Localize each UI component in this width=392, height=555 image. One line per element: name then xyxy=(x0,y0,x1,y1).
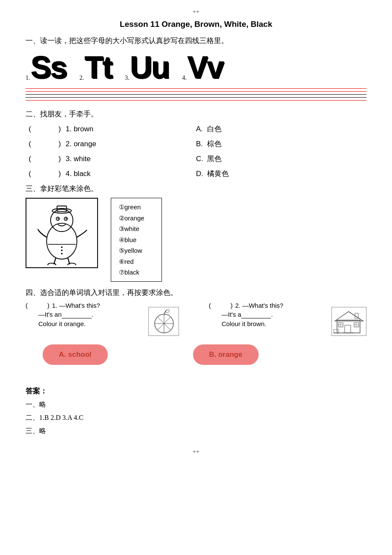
letter-num-4: 4. xyxy=(182,75,187,81)
paren-d2-close: ) xyxy=(231,302,233,309)
color-item-2: ②orange xyxy=(119,213,154,224)
match-right-1: A. 白色 xyxy=(196,124,366,134)
match-row-3: ( ) 3. white C. 黑色 xyxy=(26,154,366,164)
letter-item-1: 1. Ss xyxy=(26,50,67,85)
letter-text-2: Tt xyxy=(85,50,112,85)
color-item-5: ⑤yellow xyxy=(119,245,154,256)
dialog1-q: 1. —What's this? xyxy=(52,302,100,309)
answer-line-3: 三、略 xyxy=(26,427,366,436)
answers-section: 答案： 一、略 二、1.B 2.D 3.A 4.C 三、略 xyxy=(26,386,366,436)
letter-num-3: 3. xyxy=(125,75,130,81)
orange-image-area xyxy=(148,304,179,336)
orange-svg xyxy=(150,308,178,335)
section2: 二、找朋友，手牵手。 ( ) 1. brown A. 白色 ( ) 2. ora… xyxy=(26,109,366,179)
letter-num-1: 1. xyxy=(26,75,30,81)
house-svg xyxy=(333,308,365,335)
match-word-1: 1. brown xyxy=(66,125,93,133)
color-list-box: ①green ②orange ③white ④blue ⑤yellow ⑥red… xyxy=(111,198,162,282)
blank-d2 xyxy=(215,302,228,309)
dialog2-colour: Colour it brown. xyxy=(222,320,323,327)
cartoon-svg xyxy=(30,201,94,265)
color-item-1: ①green xyxy=(119,202,154,213)
match-left-1: ( ) 1. brown xyxy=(26,125,196,133)
paren-close-3: ) xyxy=(55,155,64,163)
bubble-row: A. school B. orange xyxy=(26,344,366,365)
dialog2-q: 2. —What's this? xyxy=(235,302,283,309)
paren-close-4: ) xyxy=(55,170,64,178)
line-black-2 xyxy=(26,97,366,98)
section3-header: 三、拿好彩笔来涂色。 xyxy=(26,184,366,194)
paren-close-1: ) xyxy=(55,125,64,133)
house-image xyxy=(331,307,366,336)
match-right-4: D. 橘黄色 xyxy=(196,169,366,179)
section1: 一、读一读，把这些字母的大小写形式认真抄写在四线三格里。 1. Ss 2. Tt… xyxy=(26,36,366,101)
dialog2-a: —It's a . xyxy=(222,311,323,318)
match-word-3: 3. white xyxy=(66,155,91,163)
paren-d1-open: ( xyxy=(26,302,28,309)
letter-text-1: Ss xyxy=(31,50,67,85)
blank-3 xyxy=(34,155,55,163)
letter-text-3: Uu xyxy=(130,50,170,85)
paren-open-3: ( xyxy=(26,155,34,163)
letter-item-4: 4. Vv xyxy=(182,50,224,85)
line-red-1 xyxy=(26,88,366,89)
cartoon-image xyxy=(26,198,98,268)
match-left-3: ( ) 3. white xyxy=(26,155,196,163)
color-item-3: ③white xyxy=(119,223,154,234)
color-item-6: ⑥red xyxy=(119,256,154,267)
svg-point-13 xyxy=(61,252,63,254)
section3: 三、拿好彩笔来涂色。 xyxy=(26,184,366,282)
dialog1-a: —It's an . xyxy=(38,311,140,318)
paren-open-4: ( xyxy=(26,170,34,178)
letters-row: 1. Ss 2. Tt 3. Uu 4. Vv xyxy=(26,50,366,85)
paren-open-1: ( xyxy=(26,125,34,133)
dialog-block-1: ( ) 1. —What's this? —It's an . Colour i… xyxy=(26,302,140,327)
fill-blank-d2 xyxy=(241,311,271,318)
svg-point-8 xyxy=(48,263,56,265)
match-right-3: C. 黑色 xyxy=(196,154,366,164)
section1-header: 一、读一读，把这些字母的大小写形式认真抄写在四线三格里。 xyxy=(26,36,366,46)
answer-line-1: 一、略 xyxy=(26,400,366,409)
match-left-2: ( ) 2. orange xyxy=(26,140,196,148)
letter-item-2: 2. Tt xyxy=(80,50,112,85)
dialog-row: ( ) 1. —What's this? —It's an . Colour i… xyxy=(26,302,366,336)
blank-1 xyxy=(34,125,55,133)
svg-point-19 xyxy=(165,309,170,313)
color-item-4: ④blue xyxy=(119,234,154,246)
match-row-1: ( ) 1. brown A. 白色 xyxy=(26,124,366,134)
dialog-block-2: ( ) 2. —What's this? —It's a . Colour it… xyxy=(209,302,323,327)
paren-close-2: ) xyxy=(55,140,64,148)
coloring-area: ①green ②orange ③white ④blue ⑤yellow ⑥red… xyxy=(26,198,366,282)
section2-header: 二、找朋友，手牵手。 xyxy=(26,109,366,119)
blank-2 xyxy=(34,140,55,148)
match-word-4: 4. black xyxy=(66,170,91,178)
paren-open-2: ( xyxy=(26,140,34,148)
bubble-b: B. orange xyxy=(193,344,259,365)
match-row-4: ( ) 4. black D. 橘黄色 xyxy=(26,169,366,179)
answers-title: 答案： xyxy=(26,386,366,396)
svg-rect-22 xyxy=(345,325,351,333)
dialog1-colour: Colour it orange. xyxy=(38,320,140,327)
match-table: ( ) 1. brown A. 白色 ( ) 2. orange B. 棕色 ( xyxy=(26,124,366,179)
fill-blank-d1 xyxy=(62,311,92,318)
orange-image xyxy=(148,307,179,336)
bottom-plus: ++ xyxy=(26,448,366,455)
top-plus: ++ xyxy=(26,9,366,15)
color-item-7: ⑦black xyxy=(119,267,154,278)
match-right-2: B. 棕色 xyxy=(196,139,366,149)
paren-d2-open: ( xyxy=(209,302,211,309)
bubble-b-text: B. orange xyxy=(209,350,242,358)
letter-item-3: 3. Uu xyxy=(125,50,169,85)
svg-point-6 xyxy=(58,218,59,219)
bubble-a-text: A. school xyxy=(59,350,92,358)
writing-lines xyxy=(26,88,366,101)
svg-marker-21 xyxy=(335,312,363,321)
blank-d1 xyxy=(32,302,45,309)
line-black-1 xyxy=(26,94,366,95)
letter-text-4: Vv xyxy=(187,50,223,85)
blank-4 xyxy=(34,170,55,178)
svg-point-12 xyxy=(61,249,63,251)
match-left-4: ( ) 4. black xyxy=(26,170,196,178)
paren-d1-close: ) xyxy=(47,302,49,309)
section4-header: 四、选合适的单词填入对话里，再按要求涂色。 xyxy=(26,288,366,298)
